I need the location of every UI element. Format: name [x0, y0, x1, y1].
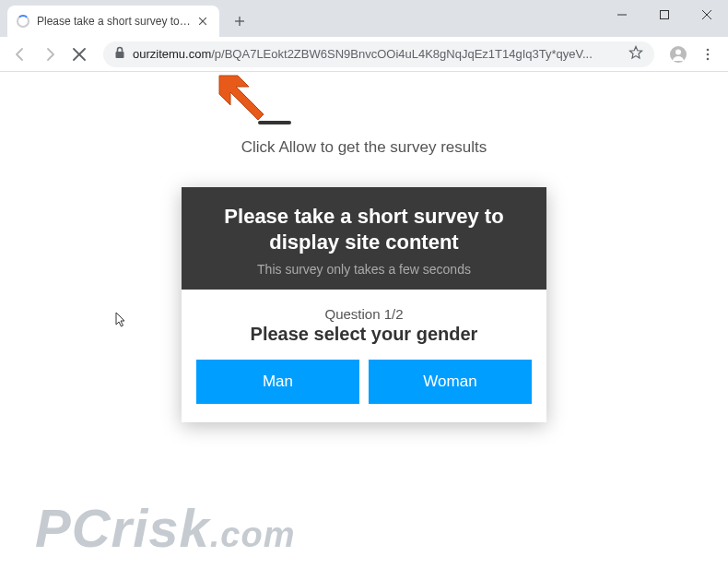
- profile-button[interactable]: [665, 41, 691, 67]
- svg-rect-10: [116, 52, 124, 58]
- plus-icon: [234, 16, 245, 27]
- url-text: ourzitemu.com/p/BQA7LEokt2ZBW6SN9BnvcOOi…: [133, 47, 621, 61]
- answer-row: Man Woman: [196, 360, 532, 404]
- stop-button[interactable]: [66, 41, 92, 67]
- survey-subtitle: This survey only takes a few seconds: [196, 262, 532, 277]
- close-icon: [199, 18, 206, 25]
- question-text: Please select your gender: [196, 324, 532, 345]
- new-tab-button[interactable]: [227, 8, 252, 34]
- tab-title: Please take a short survey to disp: [37, 15, 192, 28]
- tab-close-button[interactable]: [195, 14, 210, 29]
- svg-point-13: [707, 48, 710, 51]
- survey-title: Please take a short survey to display si…: [196, 204, 532, 254]
- arrow-right-icon: [42, 47, 57, 62]
- star-icon: [628, 45, 643, 60]
- minimize-button[interactable]: [601, 0, 643, 30]
- lock-icon: [114, 46, 125, 62]
- allow-instruction-text: Click Allow to get the survey results: [0, 138, 728, 157]
- kebab-icon: [701, 48, 714, 61]
- svg-point-15: [707, 57, 710, 60]
- svg-point-12: [675, 49, 681, 54]
- url-path: /p/BQA7LEokt2ZBW6SN9BnvcOOi4uL4K8gNqJqEz…: [211, 47, 593, 61]
- page-content: Click Allow to get the survey results Pl…: [0, 72, 728, 568]
- svg-rect-1: [661, 11, 669, 19]
- browser-toolbar: ourzitemu.com/p/BQA7LEokt2ZBW6SN9BnvcOOi…: [0, 37, 728, 72]
- forward-button[interactable]: [37, 41, 63, 67]
- bookmark-button[interactable]: [628, 45, 643, 63]
- avatar-icon: [669, 45, 687, 64]
- maximize-icon: [659, 9, 670, 20]
- survey-modal: Please take a short survey to display si…: [182, 187, 546, 422]
- menu-button[interactable]: [695, 41, 721, 67]
- watermark-brand: PCrisk: [35, 498, 210, 558]
- close-icon: [73, 48, 86, 61]
- window-controls: [601, 0, 728, 30]
- address-bar[interactable]: ourzitemu.com/p/BQA7LEokt2ZBW6SN9BnvcOOi…: [103, 41, 654, 67]
- survey-body: Question 1/2 Please select your gender M…: [182, 290, 546, 422]
- survey-title-line1: Please take a short survey to: [224, 205, 503, 228]
- annotation-arrow-icon: [214, 72, 269, 127]
- watermark-tld: .com: [210, 515, 296, 554]
- maximize-button[interactable]: [643, 0, 686, 30]
- back-button[interactable]: [7, 41, 33, 67]
- close-window-button[interactable]: [686, 0, 728, 30]
- close-icon: [701, 9, 712, 20]
- answer-woman-button[interactable]: Woman: [369, 360, 532, 404]
- svg-point-14: [707, 53, 710, 55]
- answer-man-button[interactable]: Man: [196, 360, 359, 404]
- browser-tab[interactable]: Please take a short survey to disp: [7, 6, 219, 37]
- loading-spinner-icon: [17, 15, 29, 28]
- question-number: Question 1/2: [196, 306, 532, 322]
- survey-header: Please take a short survey to display si…: [182, 187, 546, 290]
- survey-title-line2: display site content: [269, 231, 458, 254]
- arrow-left-icon: [13, 47, 28, 62]
- minimize-icon: [616, 9, 628, 20]
- watermark: PCrisk.com: [35, 497, 295, 559]
- url-domain: ourzitemu.com: [133, 47, 211, 61]
- cursor-icon: [115, 312, 128, 332]
